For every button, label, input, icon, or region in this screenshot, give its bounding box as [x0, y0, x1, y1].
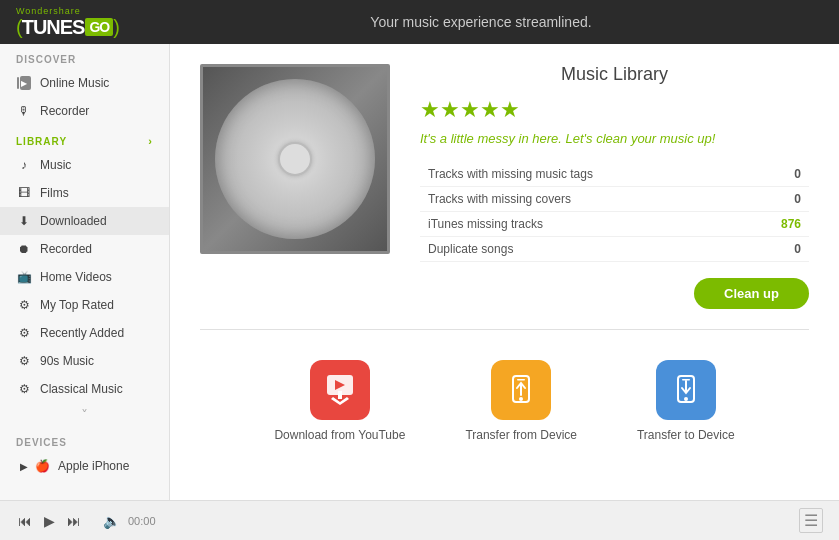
music-library-title: Music Library: [420, 64, 809, 85]
svg-point-10: [684, 397, 688, 401]
apple-icon: 🍎: [34, 458, 50, 474]
sidebar-item-90s-music[interactable]: ⚙ 90s Music: [0, 347, 169, 375]
album-cover: [200, 64, 390, 254]
time-display: 00:00: [128, 515, 156, 527]
sidebar-item-films[interactable]: 🎞 Films: [0, 179, 169, 207]
transfer-from-device-button[interactable]: Transfer from Device: [465, 360, 577, 442]
stat-label: iTunes missing tracks: [420, 212, 744, 237]
online-music-label: Online Music: [40, 76, 109, 90]
star-rating: ★★★★★: [420, 97, 809, 123]
list-icon[interactable]: ☰: [799, 508, 823, 533]
sidebar-item-apple-iphone[interactable]: ▶ 🍎 Apple iPhone: [0, 452, 169, 480]
sidebar-item-classical-music[interactable]: ⚙ Classical Music: [0, 375, 169, 403]
stat-value: 0: [744, 237, 809, 262]
stat-value: 0: [744, 162, 809, 187]
stat-label: Tracks with missing covers: [420, 187, 744, 212]
svg-rect-8: [517, 379, 525, 381]
tunesgo-logo: ( TUNES GO ): [16, 16, 119, 39]
download-icon: ⬇: [16, 213, 32, 229]
svg-text:▶: ▶: [21, 79, 28, 88]
home-videos-label: Home Videos: [40, 270, 112, 284]
transfer-from-icon: [491, 360, 551, 420]
classical-music-label: Classical Music: [40, 382, 123, 396]
apple-iphone-label: Apple iPhone: [58, 459, 129, 473]
sidebar-item-recorder[interactable]: 🎙 Recorder: [0, 97, 169, 125]
section-divider: [200, 329, 809, 330]
gear-icon-2: ⚙: [16, 325, 32, 341]
stats-rows: Tracks with missing music tags0Tracks wi…: [420, 162, 809, 262]
logo-area: Wondershare ( TUNES GO ): [16, 6, 119, 39]
sidebar-item-online-music[interactable]: ▶ Online Music: [0, 69, 169, 97]
play-button[interactable]: ▶: [42, 511, 57, 531]
discover-section-label: DISCOVER: [0, 44, 169, 69]
sidebar: DISCOVER ▶ Online Music 🎙 Recorder LIBRA…: [0, 44, 170, 500]
phone-expand-icon: ▶: [16, 458, 32, 474]
svg-point-7: [519, 397, 523, 401]
recorder-label: Recorder: [40, 104, 89, 118]
sidebar-item-home-videos[interactable]: 📺 Home Videos: [0, 263, 169, 291]
play-icon: ▶: [16, 75, 32, 91]
svg-rect-0: [17, 77, 19, 89]
stat-label: Tracks with missing music tags: [420, 162, 744, 187]
gear-icon-3: ⚙: [16, 353, 32, 369]
paren-close: ): [113, 16, 119, 39]
transfer-to-icon: [656, 360, 716, 420]
library-section-label: LIBRARY ›: [0, 125, 169, 151]
main-layout: DISCOVER ▶ Online Music 🎙 Recorder LIBRA…: [0, 44, 839, 500]
download-youtube-icon: [310, 360, 370, 420]
stat-label: Duplicate songs: [420, 237, 744, 262]
stat-value: 876: [744, 212, 809, 237]
footer-player: ⏮ ▶ ⏭ 🔈 00:00 ☰: [0, 500, 839, 540]
download-youtube-button[interactable]: Download from YouTube: [274, 360, 405, 442]
tunes-text: TUNES: [22, 16, 85, 39]
next-button[interactable]: ⏭: [65, 511, 83, 531]
downloaded-label: Downloaded: [40, 214, 107, 228]
music-library-section: Music Library ★★★★★ It's a little messy …: [200, 64, 809, 309]
90s-music-label: 90s Music: [40, 354, 94, 368]
film-icon: 🎞: [16, 185, 32, 201]
gear-icon-1: ⚙: [16, 297, 32, 313]
svg-rect-5: [338, 391, 342, 399]
wondershare-label: Wondershare: [16, 6, 119, 16]
transfer-to-label: Transfer to Device: [637, 428, 735, 442]
main-content: Music Library ★★★★★ It's a little messy …: [170, 44, 839, 500]
messy-tagline: It's a little messy in here. Let's clean…: [420, 131, 809, 146]
devices-section-label: DEVICES: [0, 427, 169, 452]
video-icon: 📺: [16, 269, 32, 285]
my-top-rated-label: My Top Rated: [40, 298, 114, 312]
prev-button[interactable]: ⏮: [16, 511, 34, 531]
music-label: Music: [40, 158, 71, 172]
mic-icon: 🎙: [16, 103, 32, 119]
collapse-arrow-icon[interactable]: ˅: [0, 403, 169, 427]
stat-value: 0: [744, 187, 809, 212]
recently-added-label: Recently Added: [40, 326, 124, 340]
volume-icon: 🔈: [103, 513, 120, 529]
player-controls: ⏮ ▶ ⏭ 🔈: [16, 511, 120, 531]
transfer-to-device-button[interactable]: Transfer to Device: [637, 360, 735, 442]
download-youtube-label: Download from YouTube: [274, 428, 405, 442]
sidebar-item-my-top-rated[interactable]: ⚙ My Top Rated: [0, 291, 169, 319]
transfer-from-label: Transfer from Device: [465, 428, 577, 442]
recorded-label: Recorded: [40, 242, 92, 256]
sidebar-item-downloaded[interactable]: ⬇ Downloaded: [0, 207, 169, 235]
album-art-area: [200, 64, 390, 309]
app-header: Wondershare ( TUNES GO ) Your music expe…: [0, 0, 839, 44]
sidebar-item-recently-added[interactable]: ⚙ Recently Added: [0, 319, 169, 347]
chevron-right-icon: ›: [148, 135, 153, 147]
music-icon: ♪: [16, 157, 32, 173]
action-buttons-area: Download from YouTube Transfer from Devi…: [200, 350, 809, 452]
sidebar-item-recorded[interactable]: ⏺ Recorded: [0, 235, 169, 263]
gear-icon-4: ⚙: [16, 381, 32, 397]
cleanup-button[interactable]: Clean up: [694, 278, 809, 309]
rec-icon: ⏺: [16, 241, 32, 257]
sidebar-item-music[interactable]: ♪ Music: [0, 151, 169, 179]
info-panel: Music Library ★★★★★ It's a little messy …: [420, 64, 809, 309]
go-box: GO: [85, 18, 113, 36]
header-tagline: Your music experience streamlined.: [139, 14, 823, 30]
films-label: Films: [40, 186, 69, 200]
stats-table: Tracks with missing music tags0Tracks wi…: [420, 162, 809, 262]
